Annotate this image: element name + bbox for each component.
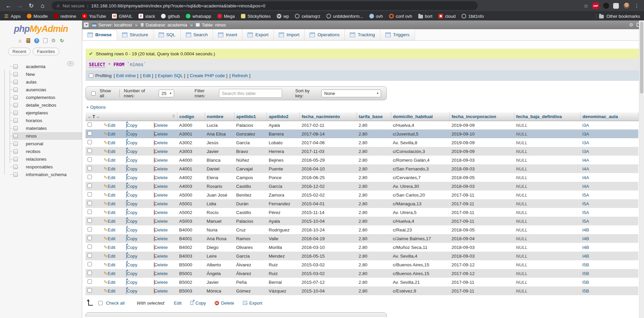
copy-link[interactable]: Copy <box>127 201 138 206</box>
check-all-checkbox[interactable] <box>98 301 103 305</box>
tree-expander-icon[interactable] <box>13 103 18 107</box>
hide-navigation-button[interactable]: ◄ <box>84 22 89 28</box>
bookmark-item[interactable]: Apps <box>4 14 21 19</box>
page-settings-gear-icon[interactable]: ⚙ <box>629 22 633 28</box>
row-checkbox[interactable] <box>88 201 92 205</box>
explain-sql-link[interactable]: Explain SQL <box>158 73 183 78</box>
options-triangle-icon[interactable]: ▽ <box>172 114 175 118</box>
delete-link[interactable]: Delete <box>155 166 168 171</box>
copy-link[interactable]: Copy <box>127 254 138 259</box>
edit-link[interactable]: Edit <box>108 149 115 154</box>
copy-link[interactable]: Copy <box>127 219 138 224</box>
row-checkbox[interactable] <box>88 218 92 223</box>
tree-expander-icon[interactable] <box>13 64 18 69</box>
edit-link[interactable]: Edit <box>108 131 115 137</box>
row-checkbox[interactable] <box>88 149 92 153</box>
refresh-link[interactable]: Refresh <box>232 73 248 78</box>
bookmark-item[interactable]: GMAIL <box>112 14 132 19</box>
row-checkbox[interactable] <box>88 183 92 188</box>
bookmark-item[interactable]: cloud <box>438 14 455 19</box>
bookmark-item[interactable]: wp <box>277 14 289 19</box>
row-checkbox[interactable] <box>88 236 92 240</box>
fecha-baja-definitiva-column-header[interactable]: fecha_baja_definitiva <box>514 112 580 121</box>
home-icon[interactable]: ⌂ <box>38 1 48 10</box>
breadcrumb-database[interactable]: Database: academia <box>141 22 187 28</box>
fecha-incorporacion-column-header[interactable]: fecha_incorporacion <box>449 112 514 121</box>
recent-button[interactable]: Recent <box>8 48 31 55</box>
aula-link[interactable]: I5B <box>582 271 589 276</box>
row-checkbox[interactable] <box>88 175 92 179</box>
edit-inline-link[interactable]: Edit inline <box>116 73 136 78</box>
aula-link[interactable]: I5A <box>582 201 589 206</box>
edit-link[interactable]: Edit <box>143 73 151 78</box>
bookmark-item[interactable]: 1bit1nfo <box>462 14 484 19</box>
responsables-tree-item[interactable]: responsables <box>0 163 82 171</box>
edit-link[interactable]: Edit <box>108 158 115 163</box>
row-checkbox[interactable] <box>88 210 92 214</box>
copy-link[interactable]: Copy <box>127 123 138 128</box>
delete-link[interactable]: Delete <box>155 140 168 145</box>
sql-tab[interactable]: SQL <box>154 29 181 40</box>
refresh-icon[interactable]: ↻ <box>59 38 65 44</box>
edit-link[interactable]: Edit <box>108 280 115 285</box>
delete-link[interactable]: Delete <box>155 236 168 241</box>
copy-link[interactable]: Copy <box>127 131 138 137</box>
apellido2-column-header[interactable]: apellido2 <box>267 112 300 121</box>
create-php-code-link[interactable]: Create PHP code <box>190 73 225 78</box>
aula-link[interactable]: I4A <box>582 175 589 180</box>
tree-expander-icon[interactable] <box>13 149 18 154</box>
favorites-button[interactable]: Favorites <box>33 48 59 55</box>
edit-link[interactable]: Edit <box>108 219 115 224</box>
apellido1-column-header[interactable]: apellido1 <box>234 112 267 121</box>
delete-link[interactable]: Delete <box>155 123 168 128</box>
row-checkbox[interactable] <box>88 166 92 170</box>
browser-menu-icon[interactable]: ⋮ <box>634 3 639 9</box>
copy-link[interactable]: Copy <box>127 245 138 250</box>
delete-link[interactable]: Delete <box>155 219 168 224</box>
delete-link[interactable]: Delete <box>155 175 168 180</box>
ninos-tree-item[interactable]: ninos <box>0 132 82 140</box>
aula-link[interactable]: I5A <box>582 193 589 198</box>
tree-expander-icon[interactable] <box>13 111 18 115</box>
tree-expander-icon[interactable] <box>13 142 18 146</box>
aula-link[interactable]: I3A <box>582 140 589 145</box>
documentation-icon[interactable] <box>42 38 48 44</box>
tree-expander-icon[interactable] <box>13 80 18 84</box>
copy-link[interactable]: Copy <box>127 149 138 154</box>
not-secure-label[interactable]: Not secure <box>63 3 85 8</box>
aula-link[interactable]: I4A <box>582 184 589 189</box>
copy-selected-action[interactable]: Copy <box>190 301 206 306</box>
denominac-aula-column-header[interactable]: denominac_aula <box>580 112 638 121</box>
copy-link[interactable]: Copy <box>127 236 138 241</box>
aula-link[interactable]: I3A <box>582 149 589 154</box>
nombre-column-header[interactable]: nombre <box>205 112 234 121</box>
bookmark-item[interactable]: StickyNotes <box>241 14 271 19</box>
copy-link[interactable]: Copy <box>127 158 138 163</box>
row-checkbox[interactable] <box>88 262 92 266</box>
delete-link[interactable]: Delete <box>155 201 168 206</box>
row-checkbox[interactable] <box>88 192 92 197</box>
delete-link[interactable]: Delete <box>155 131 168 137</box>
bookmark-item[interactable]: ovh <box>369 14 383 19</box>
ejemplares-tree-item[interactable]: ejemplares <box>0 109 82 117</box>
aula-link[interactable]: I5B <box>582 288 589 294</box>
edit-link[interactable]: Edit <box>108 201 115 206</box>
edit-link[interactable]: Edit <box>108 210 115 215</box>
bookmark-item[interactable]: slack <box>139 14 155 19</box>
operations-tab[interactable]: Operations <box>305 29 345 40</box>
edit-link[interactable]: Edit <box>108 123 115 128</box>
tree-expander-icon[interactable] <box>13 134 18 138</box>
row-checkbox[interactable] <box>88 245 92 249</box>
check-all-link[interactable]: Check all <box>106 301 125 306</box>
gnome-extension-icon[interactable] <box>603 3 609 9</box>
edit-link[interactable]: Edit <box>108 227 115 232</box>
phpmyadmin-logo[interactable]: phpMyAdmin <box>0 20 82 36</box>
export-tab[interactable]: Export <box>243 29 274 40</box>
domicilio-habitual-column-header[interactable]: domicilio_habitual <box>391 112 449 121</box>
options-toggle-link[interactable]: + Options <box>86 105 106 110</box>
information-schema-tree-item[interactable]: information_schema <box>0 171 82 178</box>
bookmark-star-icon[interactable]: ☆ <box>584 3 588 9</box>
tracking-tab[interactable]: Tracking <box>345 29 380 40</box>
edit-link[interactable]: Edit <box>108 184 115 189</box>
materiales-tree-item[interactable]: materiales <box>0 124 82 132</box>
